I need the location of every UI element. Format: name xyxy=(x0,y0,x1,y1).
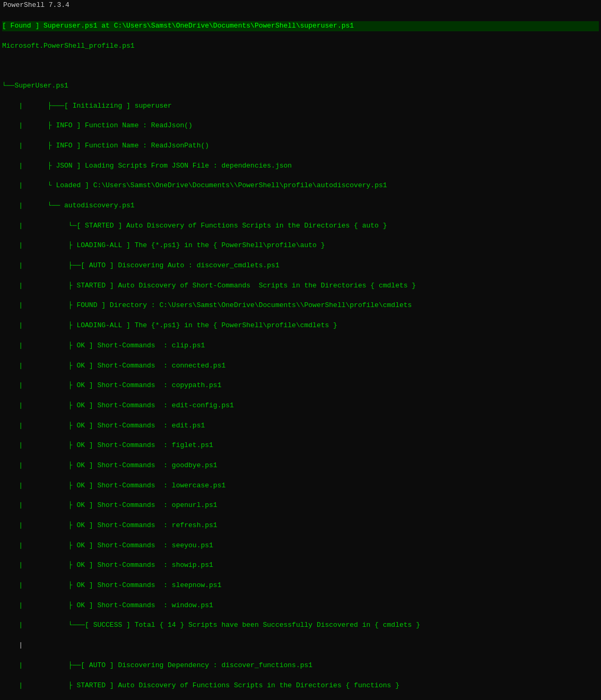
profile-line: Microsoft.PowerShell_profile.ps1 xyxy=(2,41,599,51)
terminal-output: [ Found ] Superuser.ps1 at C:\Users\Sams… xyxy=(0,10,601,700)
window-title: PowerShell 7.3.4 xyxy=(3,1,69,9)
found-bar: [ Found ] Superuser.ps1 at C:\Users\Sams… xyxy=(2,21,599,31)
title-bar: PowerShell 7.3.4 xyxy=(0,0,601,10)
superuser-tree: └──SuperUser.ps1 xyxy=(2,81,599,91)
